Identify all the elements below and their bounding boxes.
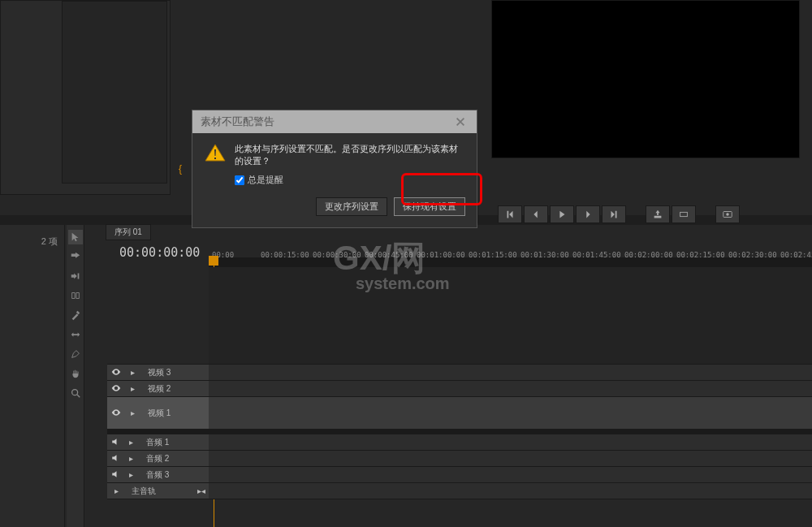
sync-lock-icon[interactable]: ▸: [125, 454, 136, 463]
sync-lock-icon[interactable]: ▸: [127, 408, 138, 417]
zoom-tool[interactable]: [68, 386, 83, 400]
always-remind-checkbox[interactable]: 总是提醒: [235, 174, 465, 186]
lift-button[interactable]: [646, 205, 670, 223]
step-forward-button[interactable]: [576, 205, 600, 223]
video-track-3-header[interactable]: ▸ 视频 3: [107, 365, 209, 381]
audio-track-1[interactable]: [209, 434, 812, 451]
checkbox-input[interactable]: [235, 175, 244, 185]
selection-tool[interactable]: [68, 230, 83, 244]
change-sequence-settings-button[interactable]: 更改序列设置: [316, 197, 387, 216]
step-back-button[interactable]: [524, 205, 548, 223]
track-label: 视频 2: [143, 383, 205, 395]
ripple-edit-tool[interactable]: [68, 269, 83, 283]
current-timecode[interactable]: 00:00:00:00: [119, 245, 200, 260]
dialog-body: 此素材与序列设置不匹配。是否更改序列以匹配为该素材的设置？ 总是提醒 更改序列设…: [192, 133, 477, 227]
stereo-icon: ▸◂: [197, 486, 205, 495]
master-track-header[interactable]: ▸ 主音轨 ▸◂: [107, 483, 209, 499]
track-label: 音频 1: [141, 437, 205, 448]
rate-stretch-tool[interactable]: [68, 288, 83, 303]
hand-tool[interactable]: [68, 366, 83, 381]
dialog-content: 此素材与序列设置不匹配。是否更改序列以匹配为该素材的设置？ 总是提醒 更改序列设…: [235, 143, 465, 216]
audio-track-3[interactable]: [209, 467, 812, 483]
svg-point-2: [726, 213, 729, 216]
video-track-1[interactable]: [209, 397, 812, 430]
dialog-message: 此素材与序列设置不匹配。是否更改序列以匹配为该素材的设置？: [235, 143, 465, 167]
tracks-content[interactable]: [209, 267, 812, 527]
track-label: 音频 2: [141, 453, 205, 464]
export-frame-button[interactable]: [715, 205, 740, 223]
close-icon[interactable]: [452, 114, 469, 130]
pen-tool[interactable]: [68, 347, 83, 361]
dialog-title: 素材不匹配警告: [201, 114, 274, 129]
project-panel: 2 项: [0, 225, 65, 527]
track-label: 音频 3: [141, 469, 205, 481]
speaker-icon[interactable]: [110, 437, 120, 448]
go-to-out-button[interactable]: [602, 205, 626, 223]
source-panel: [0, 0, 171, 195]
svg-point-3: [71, 390, 77, 395]
video-track-3[interactable]: [209, 365, 812, 381]
sync-lock-icon[interactable]: ▸: [127, 384, 138, 393]
track-headers: ▸ 视频 3 ▸ 视频 2 ▸ 视频 1 ▸ 音频 1 ▸: [107, 267, 209, 527]
eye-icon[interactable]: [110, 383, 122, 395]
video-track-2[interactable]: [209, 381, 812, 397]
slip-tool[interactable]: [68, 327, 83, 342]
eye-icon[interactable]: [110, 408, 122, 419]
project-item-count: 2 项: [41, 235, 58, 248]
speaker-icon[interactable]: [110, 469, 120, 481]
speaker-icon[interactable]: [110, 453, 120, 464]
tool-palette: [67, 225, 84, 527]
lower-section: 2 项 序列 01 00:00:00:00 00:00 00:00:15:00 …: [0, 225, 812, 527]
video-track-2-header[interactable]: ▸ 视频 2: [107, 381, 209, 397]
track-select-tool[interactable]: [68, 249, 83, 264]
razor-tool[interactable]: [68, 308, 83, 322]
go-to-in-button[interactable]: [498, 205, 522, 223]
keep-existing-settings-button[interactable]: 保持现有设置: [394, 197, 465, 216]
sync-lock-icon[interactable]: ▸: [125, 438, 136, 447]
program-monitor: [491, 0, 800, 158]
expand-icon[interactable]: ▸: [110, 486, 122, 495]
eye-icon[interactable]: [110, 367, 122, 378]
clip-mismatch-warning-dialog: 素材不匹配警告 此素材与序列设置不匹配。是否更改序列以匹配为该素材的设置？ 总是…: [192, 110, 477, 228]
play-button[interactable]: [550, 205, 574, 223]
track-label: 视频 3: [143, 367, 205, 378]
track-label: 主音轨: [127, 486, 192, 497]
audio-track-3-header[interactable]: ▸ 音频 3: [107, 467, 209, 483]
sync-lock-icon[interactable]: ▸: [127, 368, 138, 377]
master-track[interactable]: [209, 483, 812, 499]
audio-track-1-header[interactable]: ▸ 音频 1: [107, 434, 209, 451]
video-track-1-header[interactable]: ▸ 视频 1: [107, 397, 209, 430]
timeline-panel: 序列 01 00:00:00:00 00:00 00:00:15:00 00:0…: [85, 225, 812, 527]
checkbox-label: 总是提醒: [248, 174, 283, 186]
audio-track-2-header[interactable]: ▸ 音频 2: [107, 451, 209, 467]
sync-lock-icon[interactable]: ▸: [125, 470, 136, 479]
playhead[interactable]: [209, 256, 218, 266]
extract-button[interactable]: [672, 205, 696, 223]
warning-icon: [204, 143, 227, 162]
track-label: 视频 1: [143, 408, 205, 419]
in-out-bracket: {: [179, 163, 182, 175]
dialog-titlebar[interactable]: 素材不匹配警告: [192, 110, 477, 133]
audio-track-2[interactable]: [209, 451, 812, 467]
source-panel-inner: [62, 1, 167, 184]
playhead-area[interactable]: [209, 257, 812, 267]
dialog-buttons: 更改序列设置 保持现有设置: [235, 197, 465, 216]
svg-rect-0: [680, 212, 688, 216]
sequence-tab[interactable]: 序列 01: [106, 224, 151, 240]
